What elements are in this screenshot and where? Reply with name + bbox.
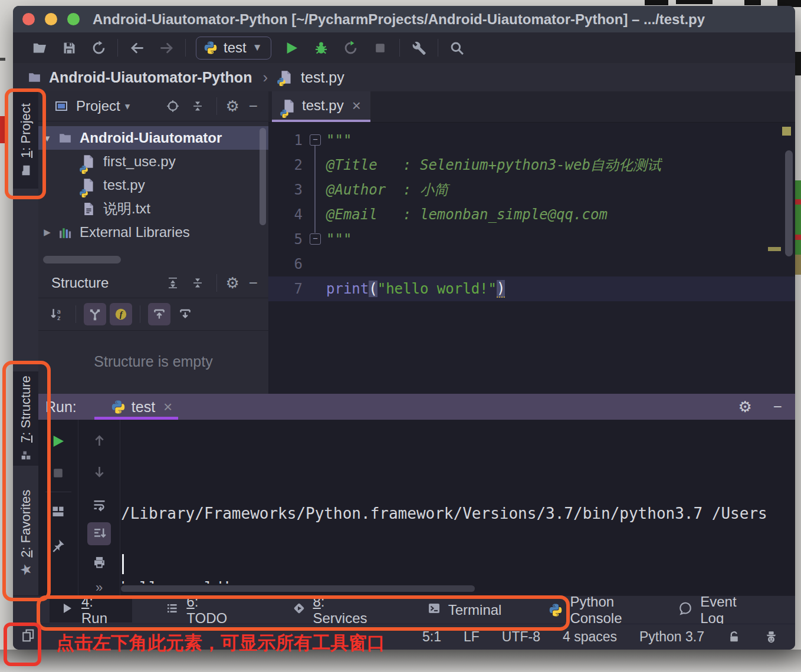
run-configuration-select[interactable]: test ▼ <box>196 37 271 60</box>
console-output[interactable]: /Library/Frameworks/Python.framework/Ver… <box>121 446 795 584</box>
debug-icon[interactable] <box>307 36 336 60</box>
coverage-icon[interactable] <box>336 36 366 60</box>
scroll-to-source-icon[interactable] <box>174 303 196 325</box>
warning-stripe-mark[interactable] <box>768 247 781 251</box>
save-icon[interactable] <box>54 36 84 60</box>
line-separator[interactable]: LF <box>464 629 480 645</box>
unlock-icon[interactable] <box>727 630 741 644</box>
show-fields-icon[interactable]: f <box>110 303 132 325</box>
toolbar-button-python-console[interactable]: Python Console <box>538 598 678 622</box>
editor-scrollbar[interactable] <box>785 150 793 256</box>
background-fragment <box>645 0 668 5</box>
sync-icon[interactable] <box>84 36 113 60</box>
toolbar-button-terminal[interactable]: Terminal <box>416 598 513 622</box>
stripe-button-project[interactable]: 1: Project <box>13 91 38 189</box>
code-line: 1 − """ <box>268 128 795 153</box>
restore-layout-icon[interactable] <box>47 499 70 523</box>
interpreter[interactable]: Python 3.7 <box>639 629 704 645</box>
console-toolbar: » <box>78 420 120 595</box>
screenshot-root: { "window_title": "Android-Uiautomator-P… <box>0 0 801 672</box>
up-stack-trace-icon[interactable] <box>87 429 111 452</box>
toolbar-button-todo[interactable]: 6: TODO <box>155 598 251 622</box>
scroll-from-source-icon[interactable] <box>148 303 170 325</box>
file-encoding[interactable]: UTF-8 <box>502 629 540 645</box>
caret-down-icon[interactable]: ▼ <box>38 133 56 143</box>
run-icon[interactable] <box>277 36 307 60</box>
collapse-all-icon[interactable] <box>188 99 208 113</box>
minimize-window-button[interactable] <box>45 13 57 25</box>
background-fragment <box>0 116 8 143</box>
close-window-button[interactable] <box>22 13 35 25</box>
search-icon[interactable] <box>442 36 472 60</box>
structure-panel-title[interactable]: Structure <box>51 275 109 291</box>
down-stack-trace-icon[interactable] <box>87 460 111 483</box>
background-fragment <box>795 180 801 255</box>
wrench-icon[interactable] <box>404 36 434 60</box>
show-inherited-icon[interactable] <box>84 303 106 325</box>
forward-icon[interactable] <box>152 36 181 60</box>
print-icon[interactable] <box>87 551 111 574</box>
fold-marker-icon[interactable]: − <box>310 233 321 245</box>
fold-marker-icon[interactable]: − <box>310 134 321 146</box>
event-log-button[interactable]: Event Log <box>678 594 762 627</box>
soft-wrap-icon[interactable] <box>87 494 111 517</box>
back-icon[interactable] <box>122 36 152 60</box>
zoom-window-button[interactable] <box>67 13 80 25</box>
project-vertical-scrollbar[interactable] <box>260 128 266 225</box>
hide-panel-icon[interactable]: − <box>249 274 258 292</box>
scroll-to-end-icon[interactable] <box>87 522 111 545</box>
sort-alphabetically-icon[interactable]: az <box>45 303 68 325</box>
caret-position[interactable]: 5:1 <box>422 629 441 645</box>
inspection-profile-icon[interactable] <box>764 630 779 644</box>
breadcrumb-project[interactable]: Android-Uiautomator-Python <box>49 69 252 86</box>
close-tab-icon[interactable]: × <box>352 97 361 115</box>
collapse-all-icon[interactable] <box>188 276 208 290</box>
inspection-indicator[interactable] <box>782 127 791 136</box>
breadcrumb-file[interactable]: test.py <box>301 69 344 86</box>
status-items: 5:1 LF UTF-8 4 spaces Python 3.7 <box>422 629 795 645</box>
folder-icon <box>56 131 74 146</box>
gear-icon[interactable]: ⚙ <box>226 275 239 291</box>
locate-icon[interactable] <box>163 99 183 113</box>
tool-window-switcher-icon[interactable] <box>20 627 37 647</box>
console-horizontal-scrollbar[interactable] <box>121 585 475 592</box>
breadcrumb: Android-Uiautomator-Python › test.py <box>13 63 795 92</box>
run-body: » /Library/Frameworks/Python.framework/V… <box>38 420 795 595</box>
pin-icon[interactable] <box>47 533 70 557</box>
close-tab-icon[interactable]: × <box>163 398 172 416</box>
star-icon: ★ <box>18 564 34 577</box>
caret-right-icon[interactable]: ▶ <box>38 227 56 238</box>
hide-panel-icon[interactable]: − <box>773 398 782 416</box>
fold-guide-line <box>314 146 316 233</box>
rerun-icon[interactable] <box>47 429 70 453</box>
editor[interactable]: test.py × 1 − """ 2 @Title : Selenium+py… <box>268 91 795 394</box>
run-tab-test[interactable]: test × <box>111 398 172 416</box>
stop-icon[interactable] <box>366 36 395 60</box>
tree-row-external-libraries[interactable]: ▶ External Libraries <box>38 220 268 244</box>
tree-row-file[interactable]: first_use.py <box>38 150 268 173</box>
expand-all-icon[interactable] <box>163 276 183 290</box>
toolbar-button-services[interactable]: 8: Services <box>281 598 392 622</box>
stop-icon[interactable] <box>47 461 70 485</box>
code-area[interactable]: 1 − """ 2 @Title : Selenium+python3-web自… <box>268 122 795 394</box>
hide-panel-icon[interactable]: − <box>249 97 258 116</box>
project-horizontal-scrollbar[interactable] <box>43 256 121 263</box>
tree-row-file[interactable]: 说明.txt <box>38 197 268 220</box>
annotation-note: 点击左下角此元素，可显示所有工具窗口 <box>56 631 385 655</box>
project-panel-title[interactable]: Project <box>76 98 120 114</box>
tree-row-file[interactable]: test.py <box>38 173 268 197</box>
chevron-down-icon[interactable]: ▾ <box>125 100 130 113</box>
stripe-button-favorites[interactable]: ★ 2: Favorites <box>13 472 38 594</box>
open-folder-icon[interactable] <box>25 36 54 60</box>
tree-label: Android-Uiautomator <box>80 130 222 146</box>
indent-setting[interactable]: 4 spaces <box>563 629 617 645</box>
toolbar-divider <box>45 492 71 492</box>
stripe-button-structure[interactable]: 7: Structure <box>13 371 38 466</box>
tree-row-project-root[interactable]: ▼ Android-Uiautomator <box>38 126 268 150</box>
gear-icon[interactable]: ⚙ <box>738 399 752 414</box>
svg-text:z: z <box>57 314 61 322</box>
toolbar-button-run[interactable]: 4: Run <box>50 598 132 622</box>
gear-icon[interactable]: ⚙ <box>226 98 239 114</box>
editor-tab-testpy[interactable]: test.py × <box>272 91 370 122</box>
folder-icon <box>19 164 32 177</box>
